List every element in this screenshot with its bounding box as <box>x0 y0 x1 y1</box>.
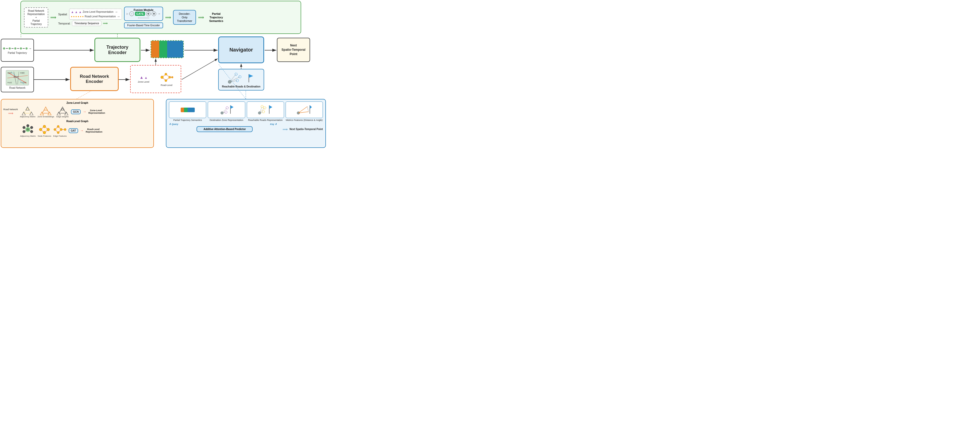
triangle-input-icon: ▷ <box>127 13 128 15</box>
pts-cell-label: Partial Trajectory Semantics <box>173 119 202 121</box>
fusion-module-title: Fusion Module <box>127 8 161 11</box>
svg-point-76 <box>60 128 62 130</box>
arrow-zone-to-fusion: → <box>115 10 118 14</box>
gat-badge: GAT <box>68 128 78 133</box>
zone-embed-label: Zone Embeddings <box>38 116 54 118</box>
fourier-label: Fourier-Based Time Encoder <box>127 24 160 27</box>
dest-zone-icon <box>218 104 235 116</box>
trajectory-encoder-label: Trajectory Encoder <box>107 44 128 55</box>
svg-marker-34 <box>22 112 25 115</box>
dest-zone-cell: Destination Zone Representation <box>208 101 245 121</box>
decoder-label: Decoder-Only Transformer <box>177 12 192 23</box>
svg-text:十八里店: 十八里店 <box>20 82 26 83</box>
arrow-rn-to-spatial: ⟹ <box>50 15 56 20</box>
mini-bar-green <box>184 108 188 112</box>
edge-features: Edge Features <box>53 124 67 137</box>
arrow-fusion-out: → <box>157 12 161 16</box>
spatial-temporal-block: Spatial: ▲ ▲ ▲ Zone-Level Representation… <box>58 9 122 26</box>
edge-features-label: Edge Features <box>53 135 67 137</box>
next-stp-box: Next Spatio-Temporal Point <box>277 38 310 62</box>
metrics-features-label: Metrics Features (Distance & Angle) <box>286 119 323 121</box>
svg-marker-99 <box>310 105 312 109</box>
arrow-road-to-fusion: → <box>117 14 120 18</box>
road-adj-svg <box>21 124 34 135</box>
svg-text:东城区: 东城区 <box>20 72 25 74</box>
navigator-box: Navigator <box>218 36 264 63</box>
gate-row: ▷ → GATE ⊗ ⊕ → <box>127 11 161 16</box>
temporal-label: Temporal: <box>58 22 70 25</box>
gcn-output-arrow: → <box>83 109 86 114</box>
zone-road-repr-block: ▲ ▲ ▲ Zone-Level Representation → ● ● ● … <box>69 9 122 20</box>
svg-point-75 <box>57 132 59 134</box>
rn-pt-label: Road Network Representation + Partial Tr… <box>27 9 45 26</box>
svg-point-20 <box>172 76 173 78</box>
road-repr-output: Road-Level Representation <box>86 128 101 133</box>
rrd-label: Reachable Roads & Destination <box>222 85 261 88</box>
arrow-decoder-to-pts: ⟹ <box>198 15 204 20</box>
bar-green <box>159 41 167 58</box>
pts-cell-border <box>169 101 206 118</box>
road-adj-matrix: Adjacency Matrix <box>20 124 36 137</box>
mini-bar-orange <box>181 108 184 112</box>
zone-triangle-icon: ▲ ▲ ▲ <box>71 10 82 14</box>
arrow-fusion-to-decoder: ⟹ <box>165 15 171 20</box>
partial-trajectory-label: Partial Trajectory <box>8 52 27 54</box>
road-network-encoder-label: Road Network Encoder <box>80 74 109 84</box>
svg-point-64 <box>39 128 42 131</box>
dest-zone-label: Destination Zone Representation <box>210 119 243 121</box>
zone-adj-svg <box>21 106 34 115</box>
metrics-features-border <box>286 101 323 118</box>
reachable-roads-cell: Reachable Roads Representation <box>247 101 284 121</box>
zone-embeddings: Zone Embeddings <box>38 106 54 118</box>
road-graph-title: Road-Level Graph <box>3 120 151 123</box>
multiply-op: → <box>129 11 134 16</box>
metrics-features-cell: Metrics Features (Distance & Angle) <box>286 101 323 121</box>
zone-triangle-lg: ▲ <box>140 75 144 79</box>
pts-label: Partial Trajectory Semantics <box>209 12 223 23</box>
query-label: Query <box>172 123 178 125</box>
nstp-final-label: Next Spatio-Temporal Point <box>290 128 323 130</box>
rn-pt-input-box: Road Network Representation + Partial Tr… <box>24 7 48 27</box>
zone-level-output: ▲ ▲ Zone-Level <box>138 75 149 83</box>
trajectory-encoder-detail: Road Network Representation + Partial Tr… <box>21 1 301 34</box>
svg-line-31 <box>27 108 32 113</box>
trajectory-path-icon: → <box>3 46 32 51</box>
edge-weights-svg <box>56 106 69 115</box>
svg-marker-35 <box>30 112 33 115</box>
rrd-icon <box>224 72 258 84</box>
svg-point-24 <box>228 80 231 83</box>
svg-marker-47 <box>65 112 68 115</box>
node-features: Node Features <box>38 124 51 137</box>
bar-orange <box>151 41 159 58</box>
node-features-label: Node Features <box>38 135 51 137</box>
svg-point-77 <box>64 128 66 130</box>
svg-text:北京市: 北京市 <box>13 76 19 78</box>
svg-point-19 <box>169 76 171 78</box>
road-network-label: Road Network <box>9 86 25 89</box>
road-level-graph-icon <box>159 72 173 83</box>
svg-point-80 <box>221 112 223 114</box>
svg-marker-41 <box>48 112 51 115</box>
svg-marker-40 <box>40 112 44 115</box>
query-arrow-label: ⬇ Query <box>169 123 178 125</box>
bar-blue <box>167 41 183 58</box>
zone-level-repr-label: Zone-Level Representation <box>83 11 114 13</box>
timestamp-block: Timestamp Sequence <box>72 21 101 26</box>
road-level-output: Road-Level <box>159 72 173 86</box>
svg-point-67 <box>47 128 49 131</box>
road-circles-icon: ● ● ● ● ● ● <box>71 15 84 18</box>
road-level-repr-label: Road-Level Representation <box>85 15 116 18</box>
road-level-text: Road-Level <box>161 84 172 86</box>
svg-point-88 <box>258 112 261 114</box>
svg-marker-29 <box>249 74 253 78</box>
node-features-svg <box>38 124 51 135</box>
zone-triangle-sm: ▲ <box>144 76 148 79</box>
key-arrow-label: Key ⬇ <box>270 123 277 125</box>
trajectory-encoder-box: Trajectory Encoder <box>94 38 140 62</box>
reachable-roads-destination-box: Reachable Roads & Destination <box>218 69 264 90</box>
aabp-output-arrow: ⟹ <box>283 127 288 131</box>
mini-bar-blue <box>188 108 195 112</box>
fourier-box: Fourier-Based Time Encoder <box>124 22 163 28</box>
plus-op: ⊕ <box>151 11 156 16</box>
reachable-roads-label: Reachable Roads Representation <box>248 119 283 121</box>
